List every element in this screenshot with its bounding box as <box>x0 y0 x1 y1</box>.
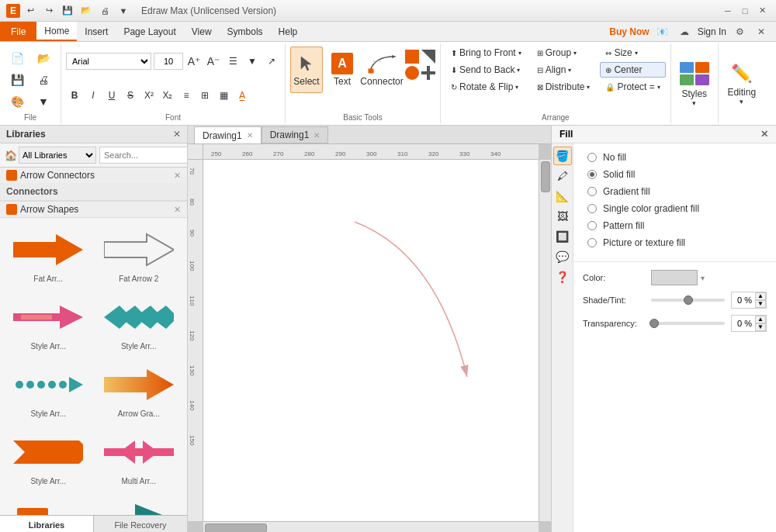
text-prop-icon-btn[interactable]: 💬 <box>553 247 572 266</box>
print-ribbon-btn[interactable]: 🖨 <box>31 70 56 90</box>
layer-icon-btn[interactable]: 🔲 <box>553 227 572 246</box>
minimize-button[interactable]: ─ <box>720 3 736 19</box>
menu-help[interactable]: Help <box>271 22 306 41</box>
menu-view[interactable]: View <box>184 22 220 41</box>
size-btn[interactable]: ⇔ Size ▾ <box>600 45 665 60</box>
color-dropdown-btn[interactable]: ▾ <box>701 274 705 282</box>
menu-home[interactable]: Home <box>36 22 77 41</box>
email-icon[interactable]: 📧 <box>654 23 671 40</box>
undo-button[interactable]: ↩ <box>22 2 39 19</box>
settings-icon[interactable]: ⚙ <box>731 23 748 40</box>
dropdown-btn[interactable]: ▼ <box>115 2 132 19</box>
list-btn[interactable]: ≡ <box>178 87 195 104</box>
v-scroll-thumb[interactable] <box>541 161 550 192</box>
arrow-shapes-close[interactable]: ✕ <box>174 205 181 215</box>
subscript-btn[interactable]: X₂ <box>159 87 176 104</box>
transparency-slider[interactable] <box>651 322 725 325</box>
editing-btn[interactable]: ✏️ Editing ▾ <box>722 57 762 109</box>
fill-option-single-gradient[interactable]: Single color gradient fill <box>583 201 767 216</box>
group-btn[interactable]: ⊞ Group ▾ <box>532 45 596 60</box>
italic-btn[interactable]: I <box>85 87 102 104</box>
menu-insert[interactable]: Insert <box>77 22 116 41</box>
font-align-btn[interactable]: ☰ <box>224 53 241 70</box>
indent-btn[interactable]: ⊞ <box>196 87 213 104</box>
fill-option-picture[interactable]: Picture or texture fill <box>583 235 767 250</box>
select-tool-btn[interactable]: Select <box>290 47 323 93</box>
fill-panel-close[interactable]: ✕ <box>760 129 768 140</box>
shade-inc[interactable]: ▲ <box>755 292 766 300</box>
strikethrough-btn[interactable]: S <box>122 87 139 104</box>
protect-btn[interactable]: 🔒 Protect = ▾ <box>600 79 665 95</box>
save-button[interactable]: 💾 <box>59 2 76 19</box>
menu-page-layout[interactable]: Page Layout <box>116 22 183 41</box>
shape-item-fat-arrow-2[interactable]: Fat Arrow 2 <box>95 223 183 287</box>
connector-tool-btn[interactable]: Connector <box>362 47 402 93</box>
tab-close-2[interactable]: ✕ <box>314 131 320 140</box>
font-expand-btn[interactable]: ↗ <box>263 53 280 70</box>
shape-item-style-arr-2[interactable]: Style Arr... <box>95 290 183 354</box>
h-scroll-thumb[interactable] <box>205 523 267 533</box>
fill-option-solid[interactable]: Solid fill <box>583 167 767 182</box>
font-size-input[interactable] <box>154 53 183 70</box>
shape-item-arrow-gradient[interactable]: Arrow Gra... <box>95 358 183 422</box>
new-btn[interactable]: 📄 <box>5 48 29 68</box>
styles-btn[interactable]: Styles ▾ <box>674 57 715 109</box>
open-button[interactable]: 📂 <box>78 2 95 19</box>
arrow-shapes-header[interactable]: Arrow Shapes ✕ <box>0 202 187 217</box>
shade-dec[interactable]: ▼ <box>755 300 766 308</box>
library-select[interactable]: All Libraries <box>19 147 96 164</box>
fill-icon-btn[interactable]: 🪣 <box>553 147 572 165</box>
close-button[interactable]: ✕ <box>754 3 770 19</box>
fill-option-pattern[interactable]: Pattern fill <box>583 218 767 233</box>
sidebar-close-btn[interactable]: ✕ <box>173 129 181 140</box>
arrow-connectors-close[interactable]: ✕ <box>174 171 181 181</box>
bring-to-front-btn[interactable]: ⬆ Bring to Front ▾ <box>445 45 527 60</box>
shape-circle-btn[interactable] <box>405 66 419 80</box>
distribute-btn[interactable]: ⊠ Distribute ▾ <box>532 79 596 95</box>
font-decrease-btn[interactable]: A⁻ <box>205 53 222 70</box>
theme-btn[interactable]: 🎨 <box>5 92 29 112</box>
shape-fill-btn[interactable] <box>405 50 419 64</box>
file-recovery-tab[interactable]: File Recovery <box>94 516 187 532</box>
center-btn[interactable]: ⊕ Center <box>600 62 665 78</box>
more-btn[interactable]: ▼ <box>31 92 56 112</box>
libraries-tab[interactable]: Libraries <box>0 516 94 532</box>
shape-item-style-arr-3[interactable]: Style Arr... <box>5 358 92 422</box>
nav-home-btn[interactable]: 🏠 <box>5 150 17 161</box>
shape-cross-btn[interactable] <box>421 66 435 80</box>
redo-button[interactable]: ↪ <box>40 2 57 19</box>
shape-corner-btn[interactable] <box>421 50 435 64</box>
print-button[interactable]: 🖨 <box>96 2 113 19</box>
shadow-icon-btn[interactable]: 📐 <box>553 187 572 206</box>
tab-drawing1-active[interactable]: Drawing1 ✕ <box>194 126 262 143</box>
shade-thumb[interactable] <box>684 295 693 305</box>
rotate-flip-btn[interactable]: ↻ Rotate & Flip ▾ <box>445 79 527 95</box>
transparency-inc[interactable]: ▲ <box>755 316 766 323</box>
font-more-btn[interactable]: ▼ <box>244 53 261 70</box>
transparency-thumb[interactable] <box>650 319 659 328</box>
shape-item-style-arr-1[interactable]: Style Arr... <box>5 290 92 354</box>
bold-btn[interactable]: B <box>66 87 83 104</box>
font-color-btn[interactable]: A̲ <box>234 87 251 104</box>
text-tool-btn[interactable]: A Text <box>326 47 359 93</box>
scrollbar-vertical[interactable] <box>539 160 551 521</box>
font-increase-btn[interactable]: A⁺ <box>185 53 203 70</box>
menu-symbols[interactable]: Symbols <box>220 22 271 41</box>
superscript-btn[interactable]: X² <box>140 87 158 104</box>
drawing-canvas[interactable] <box>203 160 539 521</box>
shape-item-multi-arrow[interactable]: Multi Arr... <box>95 425 183 489</box>
color-grid-btn[interactable]: ▦ <box>215 87 232 104</box>
menu-file[interactable]: File <box>0 22 36 41</box>
arrow-connectors-header[interactable]: Arrow Connectors ✕ <box>0 168 187 183</box>
line-icon-btn[interactable]: 🖍 <box>553 167 572 185</box>
shape-item-fat-arrow-1[interactable]: Fat Arr... <box>5 223 92 287</box>
underline-btn[interactable]: U <box>103 87 120 104</box>
fill-option-no-fill[interactable]: No fill <box>583 150 767 165</box>
maximize-button[interactable]: □ <box>737 3 753 19</box>
font-family-select[interactable]: Arial <box>66 53 151 70</box>
tab-drawing1-inactive[interactable]: Drawing1 ✕ <box>262 126 329 143</box>
shade-slider[interactable] <box>651 299 725 302</box>
scrollbar-horizontal[interactable] <box>203 521 539 532</box>
sign-in-link[interactable]: Sign In <box>698 26 726 37</box>
shape-item-style-arr-4[interactable]: Style Arr... <box>5 425 92 489</box>
